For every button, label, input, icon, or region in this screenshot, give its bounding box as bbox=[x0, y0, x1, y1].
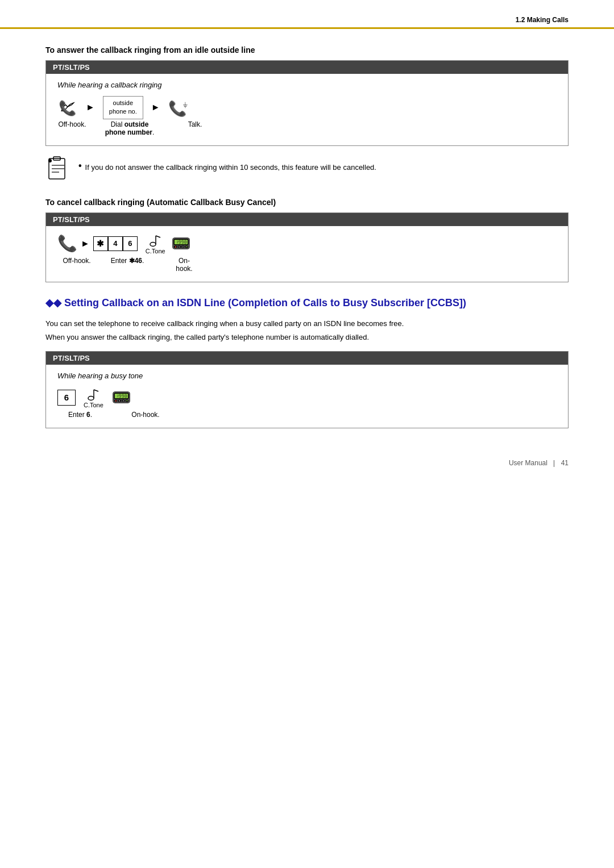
svg-point-8 bbox=[48, 159, 52, 162]
diamond-icon: ◆◆ bbox=[45, 297, 61, 308]
svg-text:⏚: ⏚ bbox=[183, 100, 188, 108]
footer-page: 41 bbox=[561, 459, 569, 467]
header-rule bbox=[0, 27, 614, 29]
section3-heading-text: Setting Callback on an ISDN Line (Comple… bbox=[64, 297, 466, 308]
svg-point-9 bbox=[150, 242, 156, 246]
label-enter-6: Enter 6. bbox=[57, 411, 103, 419]
procedure-body-3: While hearing a busy tone 6 C.Tone bbox=[46, 365, 568, 428]
page-footer: User Manual 41 bbox=[509, 459, 569, 467]
section3: ◆◆ Setting Callback on an ISDN Line (Com… bbox=[45, 296, 569, 428]
key-star: ✱ bbox=[93, 236, 108, 251]
key-group: ✱ 4 6 bbox=[93, 236, 138, 251]
procedure-header-1: PT/SLT/PS bbox=[46, 61, 568, 74]
italic-note-1: While hearing a callback ringing bbox=[57, 81, 557, 89]
onhook-icon-2: 📟 bbox=[171, 234, 191, 253]
note-box-1: • If you do not answer the callback ring… bbox=[45, 156, 569, 186]
proc1-icons-row: 📞 ► outsidephone no. ► bbox=[57, 96, 557, 119]
proc3-labels-row: Enter 6. On-hook. bbox=[57, 411, 557, 419]
label-talk-1: Talk. bbox=[178, 120, 212, 128]
onhook-icon-3: 📟 bbox=[111, 388, 131, 407]
page-header: 1.2 Making Calls bbox=[516, 16, 569, 24]
italic-note-3: While hearing a busy tone bbox=[57, 372, 557, 380]
label-offhook-1: Off-hook. bbox=[57, 120, 87, 128]
note-icon-1 bbox=[45, 156, 70, 186]
section2: To cancel callback ringing (Automatic Ca… bbox=[45, 198, 569, 282]
phone-number-input-display: outsidephone no. bbox=[103, 96, 143, 119]
svg-text:📞: 📞 bbox=[59, 99, 77, 117]
svg-line-14 bbox=[94, 390, 98, 391]
offhook-icon-2: 📞 bbox=[57, 234, 77, 253]
label-offhook-2: Off-hook. bbox=[57, 257, 96, 265]
ctone-icon: C.Tone bbox=[146, 233, 165, 254]
page: 1.2 Making Calls To answer the callback … bbox=[0, 0, 614, 484]
footer-divider bbox=[554, 460, 554, 467]
section1-title: To answer the callback ringing from an i… bbox=[45, 45, 569, 55]
key-4: 4 bbox=[108, 236, 123, 251]
label-dial-1: Dial outside phone number. bbox=[104, 120, 155, 136]
section3-desc1: You can set the telephone to receive cal… bbox=[45, 318, 569, 329]
talk-icon: 📞 ⏚ bbox=[168, 97, 193, 119]
proc1-labels-row: Off-hook. Dial outside phone number. Tal… bbox=[57, 120, 557, 136]
section2-title: To cancel callback ringing (Automatic Ca… bbox=[45, 198, 569, 207]
svg-point-12 bbox=[88, 396, 94, 400]
ctone-label-3: C.Tone bbox=[84, 402, 103, 408]
procedure-body-2: 📞 ► ✱ 4 6 bbox=[46, 226, 568, 282]
arrow-2: ► bbox=[151, 102, 160, 112]
footer-label: User Manual bbox=[509, 459, 547, 467]
procedure-box-2: PT/SLT/PS 📞 ► ✱ 4 6 bbox=[45, 212, 569, 282]
label-onhook-2: On-hook. bbox=[159, 257, 193, 273]
note-text-1: If you do not answer the callback ringin… bbox=[85, 161, 376, 172]
ctone-icon-3: C.Tone bbox=[84, 387, 103, 408]
arrow-1: ► bbox=[86, 102, 95, 112]
procedure-box-1: PT/SLT/PS While hearing a callback ringi… bbox=[45, 60, 569, 146]
procedure-header-2: PT/SLT/PS bbox=[46, 213, 568, 226]
offhook-icon-1: 📞 bbox=[57, 97, 78, 119]
procedure-body-1: While hearing a callback ringing 📞 ► bbox=[46, 74, 568, 145]
arrow-3: ► bbox=[81, 239, 90, 249]
procedure-header-3: PT/SLT/PS bbox=[46, 352, 568, 365]
note-content-1: • If you do not answer the callback ring… bbox=[78, 156, 376, 172]
label-enter-2: Enter ✱46. bbox=[96, 257, 159, 265]
procedure-box-3: PT/SLT/PS While hearing a busy tone 6 C bbox=[45, 351, 569, 428]
svg-line-11 bbox=[156, 236, 160, 237]
key-6: 6 bbox=[123, 236, 138, 251]
section3-desc2: When you answer the callback ringing, th… bbox=[45, 332, 569, 343]
proc2-icons-row: 📞 ► ✱ 4 6 bbox=[57, 233, 557, 254]
key-6-proc3: 6 bbox=[57, 390, 76, 406]
section3-heading: ◆◆ Setting Callback on an ISDN Line (Com… bbox=[45, 296, 569, 310]
label-onhook-3: On-hook. bbox=[126, 411, 165, 419]
proc3-icons-row: 6 C.Tone 📟 bbox=[57, 387, 557, 408]
proc2-labels-row: Off-hook. Enter ✱46. On-hook. bbox=[57, 257, 557, 273]
ctone-label-2: C.Tone bbox=[146, 248, 165, 254]
